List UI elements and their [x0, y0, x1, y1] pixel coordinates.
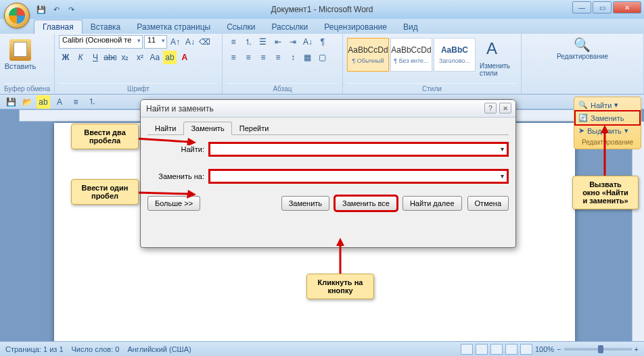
change-styles-button[interactable]: A Изменить стили [478, 38, 516, 78]
svg-line-0 [135, 138, 188, 142]
find-item[interactable]: 🔍 Найти ▾ [576, 99, 639, 111]
editing-button[interactable]: 🔍 Редактирование [526, 35, 639, 61]
font-group-label: Шрифт [59, 83, 218, 94]
qat-highlight-icon[interactable]: ab [37, 95, 50, 109]
vertical-scrollbar[interactable] [632, 122, 644, 341]
dialog-title: Найти и заменить [146, 104, 214, 113]
callout-open-dialog: Вызвать окно «Найти и заменить» [572, 176, 639, 209]
align-right-icon[interactable]: ≡ [256, 51, 270, 64]
dialog-titlebar[interactable]: Найти и заменить ? ✕ [141, 100, 515, 118]
replace-item[interactable]: 🔄 Заменить [576, 111, 639, 124]
view-outline[interactable] [505, 344, 518, 355]
qat-font-color-icon[interactable]: A [53, 95, 66, 109]
view-print-layout[interactable] [461, 344, 473, 355]
find-next-button[interactable]: Найти далее [402, 196, 462, 211]
bullets-icon[interactable]: ≡ [227, 35, 240, 49]
multilevel-icon[interactable]: ☰ [256, 35, 270, 49]
shrink-font-icon[interactable]: A↓ [183, 35, 197, 49]
group-styles: AaBbCcDd ¶ Обычный AaBbCcDd ¶ Без инте..… [343, 34, 522, 94]
binoculars-icon: 🔍 [578, 101, 588, 109]
cursor-icon: ➤ [578, 126, 584, 135]
tab-layout[interactable]: Разметка страницы [129, 20, 218, 34]
underline-icon[interactable]: Ч [89, 51, 102, 64]
dialog-tabs: Найти Заменить Перейти [147, 122, 509, 135]
replace-button[interactable]: Заменить [281, 196, 329, 211]
change-case-icon[interactable]: Aa [148, 51, 162, 64]
view-full-screen[interactable] [476, 344, 488, 355]
zoom-in-icon[interactable]: + [635, 345, 639, 353]
strike-icon[interactable]: abc [104, 51, 117, 64]
subscript-icon[interactable]: x₂ [118, 51, 132, 64]
zoom-level[interactable]: 100% [535, 345, 554, 353]
status-page[interactable]: Страница: 1 из 1 [5, 345, 64, 353]
superscript-icon[interactable]: x² [133, 51, 147, 64]
replace-input[interactable] [208, 169, 509, 184]
svg-marker-5 [336, 238, 344, 246]
dialog-tab-goto[interactable]: Перейти [232, 122, 277, 135]
callout-one-space: Ввести один пробел [71, 179, 139, 205]
find-label: Найти: [147, 145, 208, 153]
status-language[interactable]: Английский (США) [127, 345, 191, 353]
tab-references[interactable]: Ссылки [218, 20, 263, 34]
cancel-button[interactable]: Отмена [467, 196, 509, 211]
dialog-close-button[interactable]: ✕ [499, 103, 511, 113]
font-size-combo[interactable]: 11 [144, 35, 167, 49]
status-words[interactable]: Число слов: 0 [72, 345, 120, 353]
justify-icon[interactable]: ≡ [271, 51, 285, 64]
show-marks-icon[interactable]: ¶ [316, 35, 329, 49]
arrow-icon [336, 238, 344, 274]
close-button[interactable]: ✕ [613, 1, 641, 14]
shading-icon[interactable]: ▦ [301, 51, 315, 64]
window-controls: — ▭ ✕ [571, 1, 641, 14]
callout-two-spaces: Ввести два пробела [71, 124, 139, 149]
tab-view[interactable]: Вид [395, 20, 426, 34]
qat-save-icon[interactable]: 💾 [4, 95, 18, 109]
qat-bullets-icon[interactable]: ≡ [69, 95, 83, 109]
clipboard-label: Буфер обмена [4, 83, 50, 94]
highlight-icon[interactable]: ab [163, 51, 177, 64]
style-normal[interactable]: AaBbCcDd ¶ Обычный [347, 38, 389, 72]
numbering-icon[interactable]: ⒈ [242, 35, 255, 49]
zoom-slider[interactable] [564, 348, 632, 351]
align-center-icon[interactable]: ≡ [242, 51, 255, 64]
style-heading[interactable]: AaBbC Заголово... [434, 38, 476, 72]
dialog-help-button[interactable]: ? [484, 103, 497, 113]
italic-icon[interactable]: К [74, 51, 87, 64]
paste-button[interactable]: Вставить [4, 38, 37, 72]
paste-icon [9, 39, 31, 61]
undo-icon[interactable]: ↶ [50, 3, 62, 16]
minimize-button[interactable]: — [572, 1, 591, 14]
zoom-out-icon[interactable]: − [557, 345, 561, 353]
replace-all-button[interactable]: Заменить все [335, 196, 397, 211]
line-spacing-icon[interactable]: ↕ [286, 51, 300, 64]
grow-font-icon[interactable]: A↑ [168, 35, 182, 49]
callout-click-button: Кликнуть на кнопку [306, 274, 374, 299]
redo-icon[interactable]: ↷ [65, 3, 77, 16]
style-nospacing[interactable]: AaBbCcDd ¶ Без инте... [390, 38, 432, 72]
tab-mailings[interactable]: Рассылки [263, 20, 316, 34]
font-color-icon[interactable]: A [178, 51, 191, 64]
find-input[interactable] [208, 142, 509, 157]
maximize-button[interactable]: ▭ [593, 1, 612, 14]
clear-format-icon[interactable]: ⌫ [198, 35, 212, 49]
find-replace-dialog: Найти и заменить ? ✕ Найти Заменить Пере… [140, 99, 516, 248]
qat-numbering-icon[interactable]: ⒈ [85, 95, 99, 109]
font-name-combo[interactable]: Calibri (Основной те [59, 35, 143, 49]
tab-review[interactable]: Рецензирование [316, 20, 395, 34]
view-web[interactable] [490, 344, 503, 355]
bold-icon[interactable]: Ж [59, 51, 72, 64]
tab-insert[interactable]: Вставка [83, 20, 129, 34]
change-styles-icon: A [486, 39, 508, 61]
office-button[interactable] [4, 3, 30, 28]
indent-inc-icon[interactable]: ⇥ [286, 35, 300, 49]
qat-open-icon[interactable]: 📂 [20, 95, 34, 109]
borders-icon[interactable]: ▢ [316, 51, 329, 64]
styles-label: Стили [347, 83, 517, 94]
tab-home[interactable]: Главная [34, 20, 83, 34]
view-draft[interactable] [520, 344, 532, 355]
indent-dec-icon[interactable]: ⇤ [271, 35, 285, 49]
align-left-icon[interactable]: ≡ [227, 51, 240, 64]
save-icon[interactable]: 💾 [35, 3, 47, 16]
style-gallery[interactable]: AaBbCcDd ¶ Обычный AaBbCcDd ¶ Без инте..… [347, 38, 476, 72]
sort-icon[interactable]: A↓ [301, 35, 315, 49]
